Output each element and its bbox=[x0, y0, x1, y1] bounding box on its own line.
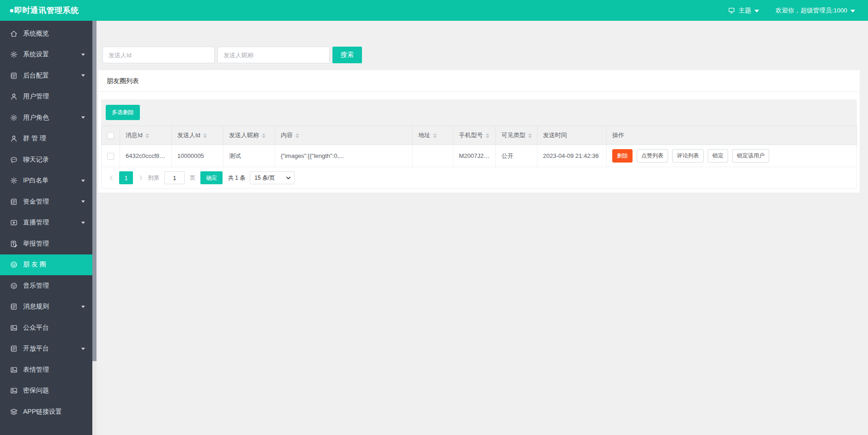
column-label: 发送时间 bbox=[543, 132, 567, 139]
page-size-select-wrap: 15 条/页 bbox=[250, 171, 295, 184]
sidebar-item-11[interactable]: 朋 友 圈 bbox=[0, 254, 92, 276]
table-row: 6432c0cccf861d...10000005测试{"images":[{"… bbox=[102, 145, 857, 167]
sidebar-item-18[interactable]: APP链接设置 bbox=[0, 401, 92, 423]
theme-monitor-icon bbox=[728, 6, 735, 14]
sidebar: 系统概览系统设置后台配置用户管理用户角色群 管 理聊天记录IP白名单资金管理直播… bbox=[0, 21, 92, 435]
select-all-checkbox[interactable] bbox=[107, 132, 114, 139]
page-number-button[interactable]: 1 bbox=[119, 171, 133, 184]
sidebar-item-8[interactable]: 资金管理 bbox=[0, 191, 92, 212]
column-label: 发送人昵称 bbox=[229, 132, 259, 139]
prev-page-button[interactable] bbox=[106, 175, 116, 181]
gear-icon bbox=[10, 50, 18, 59]
video-icon bbox=[10, 218, 18, 227]
sidebar-item-16[interactable]: 表情管理 bbox=[0, 359, 92, 381]
comments-list-button[interactable]: 评论列表 bbox=[672, 149, 704, 163]
sidebar-item-label: 用户管理 bbox=[23, 92, 49, 101]
sidebar-item-0[interactable]: 系统概览 bbox=[0, 23, 92, 44]
sidebar-item-label: 系统概览 bbox=[23, 30, 49, 38]
row-select-cell bbox=[102, 145, 120, 167]
chevron-down-icon bbox=[81, 348, 85, 350]
column-label: 发送人Id bbox=[177, 132, 200, 139]
confirm-button[interactable]: 确定 bbox=[200, 171, 223, 184]
bulk-delete-button[interactable]: 多选删除 bbox=[106, 105, 140, 120]
sidebar-item-label: 开放平台 bbox=[23, 344, 49, 353]
theme-menu[interactable]: 主题 bbox=[728, 6, 759, 15]
sidebar-item-1[interactable]: 系统设置 bbox=[0, 44, 92, 66]
chat-icon bbox=[10, 156, 18, 164]
sidebar-item-label: 资金管理 bbox=[23, 198, 49, 206]
page-jump-input[interactable] bbox=[164, 171, 185, 184]
sidebar-item-label: 后台配置 bbox=[23, 72, 49, 80]
sidebar-item-9[interactable]: 直播管理 bbox=[0, 212, 92, 234]
sort-icon[interactable] bbox=[528, 133, 532, 138]
sidebar-scrollbar[interactable] bbox=[92, 21, 96, 435]
column-label: 消息Id bbox=[126, 132, 143, 139]
gear-icon bbox=[10, 114, 18, 122]
sort-icon[interactable] bbox=[295, 133, 299, 138]
main-content: 搜索 朋友圈列表 多选删除 消 bbox=[96, 21, 868, 435]
next-page-button[interactable] bbox=[136, 175, 146, 181]
sort-icon[interactable] bbox=[145, 133, 149, 138]
search-button[interactable]: 搜索 bbox=[332, 47, 362, 63]
cell-visibility: 公开 bbox=[496, 145, 537, 167]
sidebar-item-15[interactable]: 开放平台 bbox=[0, 338, 92, 360]
column-header-message-id[interactable]: 消息Id bbox=[120, 126, 172, 145]
column-label: 手机型号 bbox=[459, 132, 483, 139]
column-label: 可见类型 bbox=[501, 132, 525, 139]
sidebar-item-3[interactable]: 用户管理 bbox=[0, 86, 92, 108]
sort-icon[interactable] bbox=[203, 133, 207, 138]
column-label: 地址 bbox=[418, 132, 430, 139]
smiley-icon bbox=[10, 282, 18, 290]
chevron-down-icon bbox=[850, 10, 855, 12]
moments-list-panel: 朋友圈列表 多选删除 消息Id发送人Id发送人昵称内 bbox=[98, 70, 860, 193]
row-checkbox[interactable] bbox=[107, 153, 114, 160]
column-header-content[interactable]: 内容 bbox=[275, 126, 413, 145]
sidebar-item-13[interactable]: 消息规则 bbox=[0, 296, 92, 318]
scrollbar-thumb[interactable] bbox=[92, 21, 96, 361]
user-icon bbox=[10, 134, 18, 143]
top-header-bar: ●即时通讯管理系统 主题 欢迎你，超级管理员:1000 bbox=[0, 0, 868, 21]
sidebar-item-label: 聊天记录 bbox=[23, 156, 49, 164]
image-icon bbox=[10, 324, 18, 332]
sidebar-item-5[interactable]: 群 管 理 bbox=[0, 128, 92, 150]
app-title: ●即时通讯管理系统 bbox=[9, 5, 79, 16]
column-header-phone-model[interactable]: 手机型号 bbox=[453, 126, 496, 145]
sidebar-item-10[interactable]: 举报管理 bbox=[0, 233, 92, 254]
page-size-select[interactable]: 15 条/页 bbox=[250, 171, 295, 184]
moments-table: 消息Id发送人Id发送人昵称内容地址手机型号可见类型发送时间操作 6432c0c… bbox=[101, 126, 857, 167]
sort-icon[interactable] bbox=[433, 133, 437, 138]
lock-user-button[interactable]: 锁定该用户 bbox=[732, 149, 769, 163]
goto-prefix-label: 到第 bbox=[148, 174, 159, 182]
select-all-cell bbox=[102, 126, 120, 145]
column-header-sender-nickname[interactable]: 发送人昵称 bbox=[223, 126, 275, 145]
sidebar-item-label: 朋 友 圈 bbox=[23, 260, 46, 269]
cell-actions: 删除点赞列表评论列表锁定锁定该用户 bbox=[607, 145, 857, 167]
sidebar-item-2[interactable]: 后台配置 bbox=[0, 65, 92, 86]
sidebar-item-6[interactable]: 聊天记录 bbox=[0, 149, 92, 170]
goto-suffix-label: 页 bbox=[190, 174, 195, 182]
sidebar-item-7[interactable]: IP白名单 bbox=[0, 170, 92, 192]
lock-button[interactable]: 锁定 bbox=[708, 149, 728, 163]
sidebar-item-label: 用户角色 bbox=[23, 114, 49, 122]
sort-icon[interactable] bbox=[262, 133, 265, 138]
column-header-address[interactable]: 地址 bbox=[413, 126, 453, 145]
column-label: 操作 bbox=[612, 132, 624, 139]
sort-icon[interactable] bbox=[486, 133, 489, 138]
column-header-sender-id[interactable]: 发送人Id bbox=[172, 126, 223, 145]
user-menu[interactable]: 欢迎你，超级管理员:1000 bbox=[776, 6, 855, 15]
sidebar-nav: 系统概览系统设置后台配置用户管理用户角色群 管 理聊天记录IP白名单资金管理直播… bbox=[0, 23, 92, 423]
sender-nickname-input[interactable] bbox=[217, 47, 330, 63]
total-count-label: 共 1 条 bbox=[228, 174, 245, 182]
sidebar-item-14[interactable]: 公众平台 bbox=[0, 317, 92, 338]
column-header-visibility[interactable]: 可见类型 bbox=[496, 126, 537, 145]
notebook-icon bbox=[10, 302, 18, 311]
sidebar-item-label: 群 管 理 bbox=[23, 134, 46, 143]
sidebar-item-12[interactable]: 音乐管理 bbox=[0, 275, 92, 296]
likes-list-button[interactable]: 点赞列表 bbox=[637, 149, 668, 163]
image-icon bbox=[10, 387, 18, 395]
sender-id-input[interactable] bbox=[102, 47, 215, 63]
sidebar-item-17[interactable]: 密保问题 bbox=[0, 381, 92, 402]
delete-button[interactable]: 删除 bbox=[612, 149, 633, 163]
sidebar-item-4[interactable]: 用户角色 bbox=[0, 107, 92, 128]
panel-body: 多选删除 消息Id发送人Id发送人昵称内容地址手机型号可见类型发送时间操作 bbox=[98, 92, 860, 193]
